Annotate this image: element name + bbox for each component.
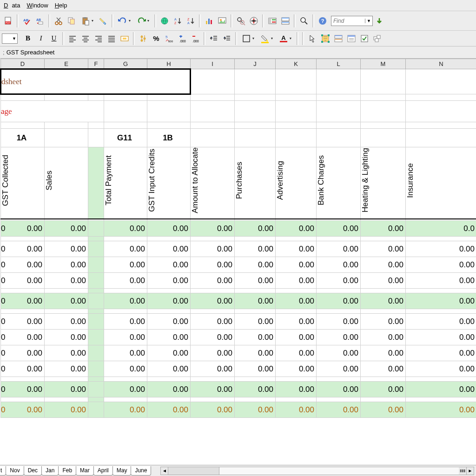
currency-icon[interactable] <box>137 32 150 45</box>
data-cell[interactable]: 00.00 <box>1 241 45 257</box>
data-cell[interactable]: 0.00 <box>276 345 317 361</box>
scroll-right-icon[interactable]: ► <box>466 467 474 475</box>
sheet-tab[interactable]: Nov <box>6 466 24 476</box>
chart-icon[interactable] <box>203 14 216 27</box>
data-cell[interactable]: 00.00 <box>1 382 45 397</box>
column-label[interactable]: GST Collected <box>1 147 45 219</box>
data-cell[interactable]: 0.00 <box>45 402 88 418</box>
font-size-selector[interactable]: ▼ <box>2 33 18 44</box>
data-cell[interactable]: 0.00 <box>235 382 276 397</box>
data-cell[interactable]: 0.00 <box>104 221 147 237</box>
data-cell[interactable]: 0.00 <box>361 382 406 397</box>
datasources-icon[interactable] <box>279 14 292 27</box>
checkbox-control-icon[interactable] <box>358 32 371 45</box>
data-cell[interactable]: 0.00 <box>317 402 361 418</box>
data-cell[interactable]: 0.00 <box>45 241 88 257</box>
data-cell[interactable]: 0.00 <box>317 382 361 397</box>
data-cell[interactable] <box>88 382 104 397</box>
column-header[interactable]: F <box>88 59 104 69</box>
data-cell[interactable]: 0.00 <box>406 361 476 377</box>
title-cell[interactable]: dsheet <box>1 69 191 94</box>
data-cell[interactable]: 0.00 <box>276 314 317 330</box>
column-header[interactable]: D <box>1 59 45 69</box>
horizontal-scrollbar[interactable]: ◄ ▮▮▮ ► <box>160 467 474 475</box>
data-cell[interactable]: 0.00 <box>191 314 235 330</box>
column-header[interactable]: K <box>276 59 317 69</box>
data-cell[interactable]: 0.00 <box>317 330 361 345</box>
spellcheck-icon[interactable]: AB <box>20 14 33 27</box>
italic-button[interactable]: I <box>34 32 47 45</box>
data-cell[interactable]: 0.00 <box>45 330 88 345</box>
data-cell[interactable]: 0.00 <box>235 273 276 289</box>
data-cell[interactable]: 0.00 <box>317 345 361 361</box>
merge-cells-icon[interactable] <box>118 32 131 45</box>
formula-content[interactable]: GST Spreadsheet <box>7 49 55 56</box>
data-cell[interactable] <box>88 330 104 345</box>
column-header[interactable]: I <box>191 59 235 69</box>
data-cell[interactable]: 0.00 <box>147 345 191 361</box>
data-cell[interactable] <box>88 273 104 289</box>
column-header[interactable]: M <box>361 59 406 69</box>
data-cell[interactable]: 0.00 <box>191 273 235 289</box>
autocorrect-icon[interactable]: AB <box>33 14 46 27</box>
column-label[interactable]: Amount to Allocate <box>191 147 235 219</box>
data-cell[interactable]: 0.00 <box>104 330 147 345</box>
data-cell[interactable]: 0.00 <box>361 402 406 418</box>
percent-icon[interactable]: % <box>150 32 163 45</box>
increase-indent-icon[interactable] <box>220 32 233 45</box>
data-cell[interactable]: 0.00 <box>191 241 235 257</box>
align-right-icon[interactable] <box>92 32 105 45</box>
data-cell[interactable]: 0.00 <box>104 273 147 289</box>
data-cell[interactable] <box>88 314 104 330</box>
data-cell[interactable] <box>88 241 104 257</box>
column-header[interactable]: H <box>147 59 191 69</box>
menu-window[interactable]: Window <box>25 1 50 10</box>
data-cell[interactable]: 0.00 <box>276 330 317 345</box>
data-cell[interactable]: 0.00 <box>276 293 317 309</box>
find-dropdown-icon[interactable]: ▼ <box>365 19 372 23</box>
data-cell[interactable]: 0.00 <box>276 361 317 377</box>
column-label[interactable]: GST Input Credits <box>147 147 191 219</box>
data-cell[interactable]: 0.00 <box>45 273 88 289</box>
data-cell[interactable]: 0.00 <box>317 257 361 273</box>
column-label[interactable]: Advertising <box>276 147 317 219</box>
data-cell[interactable] <box>88 293 104 309</box>
data-cell[interactable]: 0.00 <box>147 221 191 237</box>
spreadsheet-grid[interactable]: DEFGHIJKLMNdsheetage1AG111BGST Collected… <box>0 59 476 465</box>
borders-icon[interactable]: ▼ <box>239 32 258 45</box>
data-cell[interactable]: 0.00 <box>361 293 406 309</box>
data-cell[interactable]: 0.00 <box>361 221 406 237</box>
data-cell[interactable]: 0.00 <box>45 293 88 309</box>
data-cell[interactable]: 0.00 <box>406 314 476 330</box>
data-cell[interactable]: 0.00 <box>276 221 317 237</box>
decrease-indent-icon[interactable] <box>207 32 220 45</box>
data-cell[interactable]: 0.00 <box>191 293 235 309</box>
find-toolbar-box[interactable]: ▼ <box>331 16 373 26</box>
code-header[interactable] <box>191 129 235 147</box>
export-pdf-icon[interactable]: PDF <box>2 14 15 27</box>
data-cell[interactable]: 0.00 <box>104 241 147 257</box>
data-cell[interactable]: 0.00 <box>147 293 191 309</box>
data-cell[interactable]: 0.00 <box>104 402 147 418</box>
data-cell[interactable]: 0.00 <box>191 257 235 273</box>
data-cell[interactable]: 0.00 <box>147 257 191 273</box>
data-cell[interactable]: 0.00 <box>45 361 88 377</box>
help-icon[interactable]: ? <box>316 14 329 27</box>
data-cell[interactable]: 0.00 <box>317 273 361 289</box>
column-label[interactable]: Insurance <box>406 147 476 219</box>
data-cell[interactable]: 0.00 <box>147 314 191 330</box>
data-cell[interactable]: 0.00 <box>317 314 361 330</box>
sheet-tab[interactable]: Dec <box>24 466 42 476</box>
data-cell[interactable]: 0.00 <box>104 257 147 273</box>
column-label[interactable]: Purchases <box>235 147 276 219</box>
sort-desc-icon[interactable]: ZA <box>184 14 197 27</box>
data-cell[interactable]: 0.00 <box>45 257 88 273</box>
data-cell[interactable]: 0.00 <box>361 314 406 330</box>
data-cell[interactable]: 0.00 <box>45 314 88 330</box>
navigator-icon[interactable] <box>247 14 260 27</box>
column-label[interactable]: Total Payment <box>104 147 147 219</box>
align-justify-icon[interactable] <box>105 32 118 45</box>
data-cell[interactable]: 0.00 <box>276 382 317 397</box>
data-cell[interactable]: 0.00 <box>235 361 276 377</box>
column-header[interactable]: J <box>235 59 276 69</box>
